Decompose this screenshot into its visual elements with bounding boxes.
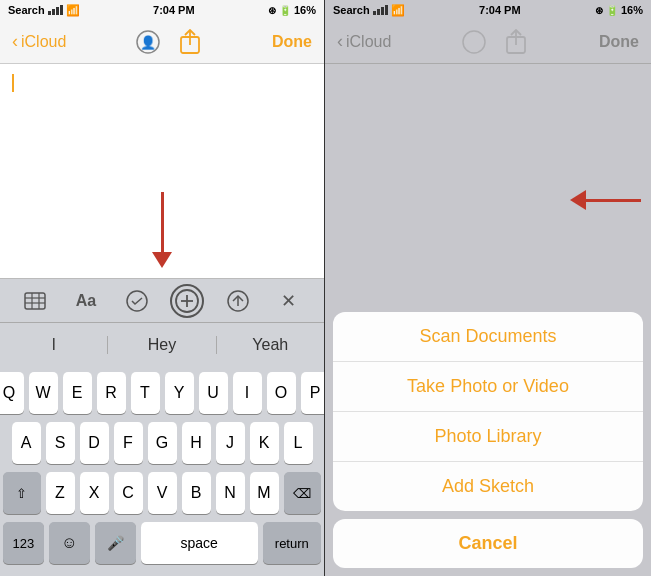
- key-X[interactable]: X: [80, 472, 109, 514]
- right-wifi-icon: 📶: [391, 4, 405, 17]
- right-nav-icons: [459, 29, 531, 55]
- table-icon[interactable]: [18, 284, 52, 318]
- left-back-button[interactable]: ‹ iCloud: [12, 31, 66, 52]
- key-G[interactable]: G: [148, 422, 177, 464]
- key-Q[interactable]: Q: [0, 372, 24, 414]
- left-status-right: ⊛ 🔋 16%: [268, 4, 316, 16]
- right-signal-bar-2: [377, 9, 380, 15]
- action-group-main: Scan Documents Take Photo or Video Photo…: [333, 312, 643, 511]
- predictive-item-3[interactable]: Yeah: [217, 336, 324, 354]
- plus-icon[interactable]: [170, 284, 204, 318]
- action-take-photo[interactable]: Take Photo or Video: [333, 362, 643, 412]
- shift-key[interactable]: ⇧: [3, 472, 41, 514]
- right-signal-bar-3: [381, 7, 384, 15]
- keyboard-bottom-row: 123 ☺ 🎤 space return: [3, 522, 321, 564]
- right-done-button[interactable]: Done: [599, 33, 639, 51]
- share-upload-icon[interactable]: [175, 29, 205, 55]
- text-cursor: [12, 74, 14, 92]
- key-F[interactable]: F: [114, 422, 143, 464]
- left-note-content[interactable]: [0, 64, 324, 278]
- left-status-left: Search 📶: [8, 4, 80, 17]
- key-I[interactable]: I: [233, 372, 262, 414]
- signal-bar-3: [56, 7, 59, 15]
- action-sheet: Scan Documents Take Photo or Video Photo…: [325, 312, 651, 576]
- mic-key[interactable]: 🎤: [95, 522, 136, 564]
- left-nav-icons: 👤: [133, 29, 205, 55]
- send-icon[interactable]: [221, 284, 255, 318]
- keyboard: Q W E R T Y U I O P A S D F G H J K L ⇧ …: [0, 366, 324, 576]
- keyboard-row-3: ⇧ Z X C V B N M ⌫: [3, 472, 321, 514]
- key-V[interactable]: V: [148, 472, 177, 514]
- share-icon[interactable]: 👤: [133, 29, 163, 55]
- left-phone-screen: Search 📶 7:04 PM ⊛ 🔋 16% ‹ iCloud: [0, 0, 325, 576]
- key-H[interactable]: H: [182, 422, 211, 464]
- wifi-icon: 📶: [66, 4, 80, 17]
- right-battery-pct: 16%: [621, 4, 643, 16]
- left-done-button[interactable]: Done: [272, 33, 312, 51]
- right-chevron-left-icon: ‹: [337, 31, 343, 52]
- right-carrier-label: Search: [333, 4, 370, 16]
- right-arrow-head: [570, 190, 586, 210]
- key-B[interactable]: B: [182, 472, 211, 514]
- key-A[interactable]: A: [12, 422, 41, 464]
- check-icon[interactable]: [120, 284, 154, 318]
- right-signal-bar-1: [373, 11, 376, 15]
- signal-bar-4: [60, 5, 63, 15]
- key-W[interactable]: W: [29, 372, 58, 414]
- predictive-bar: l Hey Yeah: [0, 322, 324, 366]
- backspace-key[interactable]: ⌫: [284, 472, 322, 514]
- key-O[interactable]: O: [267, 372, 296, 414]
- right-status-bar: Search 📶 7:04 PM ⊛ 🔋 16%: [325, 0, 651, 20]
- right-signal-bars: [373, 5, 388, 15]
- key-T[interactable]: T: [131, 372, 160, 414]
- svg-point-8: [127, 291, 147, 311]
- key-S[interactable]: S: [46, 422, 75, 464]
- space-key[interactable]: space: [141, 522, 258, 564]
- right-phone-screen: Search 📶 7:04 PM ⊛ 🔋 16% ‹ iCloud: [325, 0, 651, 576]
- right-battery-icon: 🔋: [606, 5, 618, 16]
- action-photo-library[interactable]: Photo Library: [333, 412, 643, 462]
- return-key[interactable]: return: [263, 522, 321, 564]
- svg-text:👤: 👤: [140, 34, 157, 51]
- keyboard-row-2: A S D F G H J K L: [3, 422, 321, 464]
- key-U[interactable]: U: [199, 372, 228, 414]
- right-time: 7:04 PM: [479, 4, 521, 16]
- right-upload-icon[interactable]: [501, 29, 531, 55]
- key-D[interactable]: D: [80, 422, 109, 464]
- key-P[interactable]: P: [301, 372, 326, 414]
- action-cancel-button[interactable]: Cancel: [333, 519, 643, 568]
- key-K[interactable]: K: [250, 422, 279, 464]
- emoji-key[interactable]: ☺: [49, 522, 90, 564]
- battery-icon: 🔋: [279, 5, 291, 16]
- key-C[interactable]: C: [114, 472, 143, 514]
- left-time: 7:04 PM: [153, 4, 195, 16]
- svg-rect-3: [25, 293, 45, 309]
- left-back-label: iCloud: [21, 33, 66, 51]
- close-icon[interactable]: ✕: [272, 284, 306, 318]
- right-share-icon[interactable]: [459, 29, 489, 55]
- predictive-item-2[interactable]: Hey: [108, 336, 216, 354]
- num-key[interactable]: 123: [3, 522, 44, 564]
- right-signal-bar-4: [385, 5, 388, 15]
- signal-bars: [48, 5, 63, 15]
- text-format-icon[interactable]: Aa: [69, 284, 103, 318]
- right-back-button[interactable]: ‹ iCloud: [337, 31, 391, 52]
- key-J[interactable]: J: [216, 422, 245, 464]
- right-arrow-container: [570, 190, 641, 210]
- right-status-left: Search 📶: [333, 4, 405, 17]
- action-add-sketch[interactable]: Add Sketch: [333, 462, 643, 511]
- action-scan-documents[interactable]: Scan Documents: [333, 312, 643, 362]
- arrow-head: [152, 252, 172, 268]
- key-R[interactable]: R: [97, 372, 126, 414]
- key-Z[interactable]: Z: [46, 472, 75, 514]
- battery-pct: 16%: [294, 4, 316, 16]
- key-N[interactable]: N: [216, 472, 245, 514]
- key-M[interactable]: M: [250, 472, 279, 514]
- down-arrow: [152, 192, 172, 268]
- right-back-label: iCloud: [346, 33, 391, 51]
- svg-point-14: [463, 31, 485, 53]
- key-L[interactable]: L: [284, 422, 313, 464]
- key-Y[interactable]: Y: [165, 372, 194, 414]
- key-E[interactable]: E: [63, 372, 92, 414]
- predictive-item-1[interactable]: l: [0, 336, 108, 354]
